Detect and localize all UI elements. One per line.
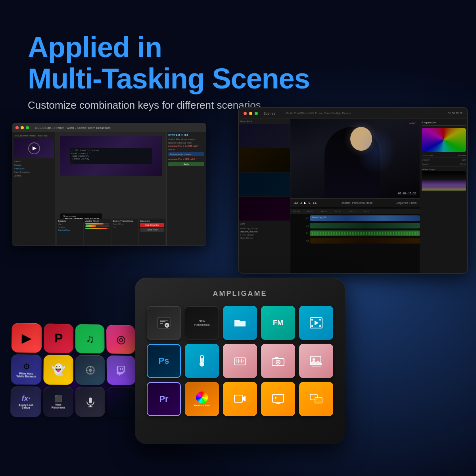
key-folder[interactable] [223, 306, 257, 340]
inspector-opacity: Opacity100 [422, 159, 466, 162]
max-dot [26, 126, 29, 129]
davinci-toolbar: ◀◀◀▶▶▶▶ Timeline: Panorama Mode Sequence… [290, 198, 420, 207]
svg-point-1 [88, 369, 92, 372]
instagram-icon[interactable]: ◎ [106, 325, 135, 354]
filter-auto-icon[interactable]: ⚙ Filter AutoWhite Balance [11, 354, 42, 384]
new-panorama-small-icon[interactable]: ⬛ NewPanorama [43, 387, 73, 417]
mic-icon[interactable] [75, 387, 105, 417]
scenes-panel: Scenes MainOverlayStarting Soon [57, 219, 83, 245]
studio-mode-btn[interactable]: Studio Mode [140, 228, 164, 232]
svg-point-30 [277, 361, 279, 363]
davinci-body: Media Pool Clips MasterClip_001.mp4 Inte… [239, 119, 467, 273]
max-btn[interactable] [255, 112, 258, 115]
folder-icon [234, 317, 246, 328]
snapchat-icon[interactable]: 👻 [43, 355, 73, 385]
svg-rect-39 [315, 397, 322, 403]
obs-preview-thumb [14, 138, 54, 158]
twitch-logo [115, 364, 127, 377]
inspector-composite: CompositeNormal [422, 154, 466, 158]
music-icon [234, 355, 246, 367]
timeline: 00:0000:0500:1000:1500:2000:25 V1 Master… [290, 207, 420, 273]
timecode: 01:00:15:22 [398, 192, 416, 195]
media-clips-list: MasterClip_001.mp4 Interview_Final.mov B… [239, 226, 290, 240]
header-section: Applied in Multi-Tasking Scenes Customiz… [28, 32, 310, 111]
svg-rect-7 [120, 367, 121, 370]
ps-label: Ps [159, 356, 169, 366]
key-music[interactable] [223, 344, 257, 378]
key-temp[interactable] [185, 344, 219, 378]
svg-rect-15 [311, 319, 313, 321]
obs-titlebar: OBS Studio - Profile: Twitch - Scene: Te… [12, 123, 206, 132]
inspector-speed: Speed100% [422, 163, 466, 167]
obs-icon [28, 142, 40, 154]
camera-icon [271, 355, 285, 367]
audio-panel: Audio Mixer [84, 219, 111, 245]
key-multimonitor[interactable] [299, 382, 333, 416]
device-brand: AMPLIGAME [213, 290, 267, 298]
chat-header: STREAM CHAT [168, 134, 204, 136]
key-fcpx[interactable] [147, 306, 181, 340]
monitor-icon [272, 393, 284, 405]
spotify-icon[interactable]: ♫ [75, 324, 105, 353]
davinci-title: Scenes [263, 111, 275, 115]
key-gallery[interactable] [299, 344, 333, 378]
davinci-media-pool: Media Pool Clips MasterClip_001.mp4 Inte… [239, 119, 290, 273]
key-monitor[interactable] [261, 382, 295, 416]
youtube-icon[interactable]: ▶ [12, 323, 42, 353]
obs-preview: // OBS Scene Collection const scenes = [… [60, 136, 162, 176]
zoom-level: Sequence Filters [395, 202, 416, 204]
preview-person: 01:00:15:22 ● REC [290, 119, 420, 198]
obs-body: File Edit View Profile Tools Help Scenes… [12, 132, 206, 246]
twitch-icon[interactable] [107, 355, 136, 385]
svg-rect-34 [234, 395, 242, 402]
close-btn[interactable] [244, 112, 247, 115]
timeline-ruler: 00:0000:0500:1000:1500:2000:25 [290, 209, 420, 214]
pinterest-icon[interactable]: P [44, 323, 73, 353]
gradient-label: Gradient Tool [194, 404, 210, 407]
main-title: Applied in Multi-Tasking Scenes [28, 32, 310, 94]
svg-rect-35 [273, 394, 284, 402]
key-pr[interactable]: Pr [147, 382, 181, 416]
svg-rect-8 [88, 397, 92, 403]
pr-label: Pr [159, 394, 168, 404]
key-fm[interactable]: FM [261, 306, 295, 340]
audio-bar-3 [85, 228, 109, 229]
title-line2: Multi-Tasking Scenes [28, 63, 310, 94]
play-icon [33, 146, 36, 150]
apply-last-effect-icon[interactable]: fx· Apply LastEffect [10, 387, 41, 417]
key-new-panorama[interactable]: NewPanorama [185, 306, 219, 340]
min-btn[interactable] [249, 112, 252, 115]
key-camera[interactable] [261, 344, 295, 378]
mic-svg [84, 396, 96, 408]
steam-icon[interactable] [75, 355, 105, 385]
obs-sidebar-items: Scenes Sources Audio Mixer Scene Transit… [14, 160, 54, 178]
svg-rect-32 [312, 366, 321, 367]
key-video[interactable] [223, 382, 257, 416]
svg-rect-18 [319, 325, 321, 327]
gallery-icon [310, 355, 322, 367]
waveform [311, 232, 418, 235]
davinci-time: 01:00:15:22 [448, 112, 463, 115]
gradient-wheel [196, 392, 208, 403]
media-clips-label: Clips [239, 221, 290, 226]
track-v1: V1 MasterClip_001 [290, 215, 420, 222]
controls-panel: Controls Stop Streaming Studio Mode [139, 219, 165, 245]
inspector-video-label: Video Scope [422, 168, 466, 171]
rec-indicator: ● REC [409, 122, 416, 125]
obs-chat: STREAM CHAT chatbot: A bot told me to sa… [166, 132, 206, 246]
stop-streaming-btn[interactable]: Stop Streaming [140, 223, 164, 227]
obs-title: OBS Studio - Profile: Twitch - Scene: Te… [35, 126, 110, 130]
obs-screen: OBS Studio - Profile: Twitch - Scene: Te… [12, 123, 206, 246]
key-film[interactable] [299, 306, 333, 340]
reply-btn[interactable]: Reply [168, 162, 204, 166]
obs-sidebar: File Edit View Profile Tools Help Scenes… [12, 132, 56, 246]
title-line1: Applied in [28, 31, 162, 63]
key-ps[interactable]: Ps [147, 344, 181, 378]
key-gradient[interactable]: Gradient Tool [185, 382, 219, 416]
min-dot [21, 126, 24, 129]
chat-reply: Replying to @moderator [168, 152, 204, 156]
video-scope [422, 171, 466, 191]
svg-rect-6 [122, 368, 123, 370]
toolbar-items: ◀◀◀▶▶▶▶ [294, 202, 317, 205]
empty-slot [107, 387, 136, 416]
